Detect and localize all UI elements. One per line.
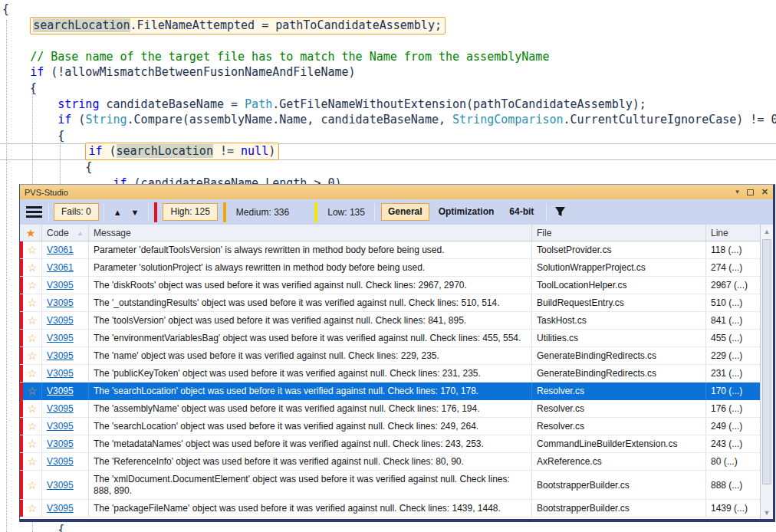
scroll-up-button[interactable]: ▲ bbox=[761, 225, 773, 238]
table-row[interactable]: ☆V3095The 'toolsVersion' object was used… bbox=[20, 312, 760, 330]
table-row[interactable]: ☆V3095The 'xmlDocument.DocumentElement' … bbox=[20, 471, 760, 500]
line-cell: 170 (...) bbox=[706, 383, 760, 399]
code-cell: V3061 bbox=[42, 259, 89, 276]
favorite-star-icon[interactable]: ☆ bbox=[23, 418, 42, 435]
favorite-star-icon[interactable]: ☆ bbox=[23, 330, 42, 346]
line-cell: 455 (...) bbox=[706, 330, 760, 346]
column-header-line[interactable]: Line bbox=[706, 225, 760, 241]
table-row[interactable]: ☆V3095The 'searchLocation' object was us… bbox=[20, 383, 760, 400]
message-cell: Parameter 'solutionProject' is always re… bbox=[89, 259, 532, 276]
fails-filter-button[interactable]: Fails: 0 bbox=[54, 203, 99, 221]
line-cell: 249 (...) bbox=[706, 418, 760, 435]
tab-optimization[interactable]: Optimization bbox=[432, 204, 501, 220]
scroll-down-button[interactable]: ▼ bbox=[761, 506, 773, 519]
pvs-studio-panel: PVS-Studio ▾ ✕ Fails: 0 ▲ ▼ High: 125 Me… bbox=[19, 184, 775, 522]
diagnostic-code-link[interactable]: V3095 bbox=[47, 403, 74, 414]
table-row[interactable]: ☆V3095The '_outstandingResults' object w… bbox=[20, 294, 760, 312]
line-cell: 80 (...) bbox=[706, 453, 760, 470]
code-line: { bbox=[2, 523, 64, 532]
line-cell: 176 (...) bbox=[706, 400, 760, 417]
window-menu-chevron-icon[interactable]: ▾ bbox=[735, 189, 739, 195]
file-cell: Resolver.cs bbox=[532, 418, 706, 435]
table-row[interactable]: ☆V3061Parameter 'defaultToolsVersion' is… bbox=[20, 241, 760, 259]
favorite-star-icon[interactable]: ☆ bbox=[23, 500, 42, 517]
table-row[interactable]: ☆V3095The 'name' object was used before … bbox=[20, 347, 760, 365]
star-outline-icon: ☆ bbox=[28, 479, 38, 491]
column-header-message[interactable]: Message bbox=[89, 225, 532, 241]
star-outline-icon: ☆ bbox=[28, 332, 38, 344]
diagnostic-code-link[interactable]: V3061 bbox=[47, 262, 74, 273]
low-filter-button[interactable]: Low: 135 bbox=[323, 205, 370, 220]
code-line: if (!allowMismatchBetweenFusionNameAndFi… bbox=[2, 64, 776, 80]
line-cell: 510 (...) bbox=[706, 294, 760, 311]
star-outline-icon: ☆ bbox=[28, 438, 38, 450]
favorite-star-icon[interactable]: ☆ bbox=[23, 471, 42, 499]
diagnostic-code-link[interactable]: V3095 bbox=[47, 503, 74, 514]
code-cell: V3095 bbox=[42, 330, 89, 346]
next-message-button[interactable]: ▼ bbox=[127, 206, 144, 218]
diagnostic-code-link[interactable]: V3095 bbox=[47, 315, 74, 326]
column-header-file[interactable]: File bbox=[532, 225, 706, 241]
menu-icon[interactable] bbox=[26, 206, 42, 218]
analyzer-highlight-box: searchLocation.FileNameAttempted = pathT… bbox=[30, 17, 446, 34]
table-row[interactable]: ☆V3095The 'searchLocation' object was us… bbox=[20, 418, 760, 435]
panel-titlebar[interactable]: PVS-Studio ▾ ✕ bbox=[20, 185, 773, 199]
favorite-star-icon[interactable]: ☆ bbox=[23, 365, 42, 382]
diagnostic-code-link[interactable]: V3095 bbox=[47, 480, 74, 491]
table-row[interactable]: ☆V3095The 'environmentVariablesBag' obje… bbox=[20, 330, 760, 347]
diagnostic-code-link[interactable]: V3095 bbox=[47, 280, 74, 291]
message-cell: Parameter 'defaultToolsVersion' is alway… bbox=[89, 241, 532, 258]
favorite-star-icon[interactable]: ☆ bbox=[23, 294, 42, 311]
diagnostic-code-link[interactable]: V3095 bbox=[47, 386, 74, 396]
favorite-star-icon[interactable]: ☆ bbox=[23, 383, 42, 399]
previous-message-button[interactable]: ▲ bbox=[109, 206, 127, 218]
file-cell: Utilities.cs bbox=[532, 330, 706, 346]
favorite-star-icon[interactable]: ☆ bbox=[23, 435, 42, 452]
star-icon: ★ bbox=[26, 227, 36, 239]
code-cell: V3095 bbox=[42, 418, 89, 435]
table-row[interactable]: ☆V3095The 'ReferenceInfo' object was use… bbox=[20, 453, 760, 471]
favorite-star-icon[interactable]: ☆ bbox=[23, 277, 42, 294]
scroll-thumb[interactable] bbox=[762, 239, 771, 484]
code-cell: V3095 bbox=[42, 365, 89, 382]
high-filter-button[interactable]: High: 125 bbox=[163, 203, 217, 221]
diagnostic-code-link[interactable]: V3095 bbox=[47, 456, 74, 467]
toolbar-separator bbox=[546, 203, 547, 222]
favorite-column-header[interactable]: ★ bbox=[20, 225, 42, 241]
table-row[interactable]: ☆V3095The 'packageFileName' object was u… bbox=[20, 500, 760, 517]
panel-toolbar: Fails: 0 ▲ ▼ High: 125 Medium: 336 Low: … bbox=[20, 199, 773, 225]
table-row[interactable]: ☆V3061Parameter 'solutionProject' is alw… bbox=[20, 259, 760, 277]
medium-filter-button[interactable]: Medium: 336 bbox=[232, 205, 294, 220]
table-row[interactable]: ☆V3095The 'assemblyName' object was used… bbox=[20, 400, 760, 418]
diagnostic-code-link[interactable]: V3061 bbox=[47, 245, 74, 255]
close-icon[interactable]: ✕ bbox=[761, 188, 768, 196]
table-row[interactable]: ☆V3095The 'publicKeyToken' object was us… bbox=[20, 365, 760, 383]
code-cell: V3095 bbox=[42, 383, 89, 399]
favorite-star-icon[interactable]: ☆ bbox=[23, 312, 42, 329]
diagnostic-code-link[interactable]: V3095 bbox=[47, 421, 74, 432]
grid-rows: ☆V3061Parameter 'defaultToolsVersion' is… bbox=[20, 241, 760, 517]
favorite-star-icon[interactable]: ☆ bbox=[23, 453, 42, 470]
column-header-code[interactable]: Code ▲ bbox=[42, 225, 89, 241]
line-cell: 229 (...) bbox=[706, 347, 760, 364]
maximize-icon[interactable] bbox=[747, 189, 754, 195]
table-row[interactable]: ☆V3095The 'metadataNames' object was use… bbox=[20, 435, 760, 453]
tab-64bit[interactable]: 64-bit bbox=[503, 204, 540, 220]
vertical-scrollbar[interactable]: ▲ ▼ bbox=[760, 225, 773, 519]
diagnostic-code-link[interactable]: V3095 bbox=[47, 368, 74, 379]
diagnostic-code-link[interactable]: V3095 bbox=[47, 438, 74, 449]
tab-general[interactable]: General bbox=[381, 203, 429, 221]
favorite-star-icon[interactable]: ☆ bbox=[23, 241, 42, 258]
favorite-star-icon[interactable]: ☆ bbox=[23, 259, 42, 276]
diagnostic-code-link[interactable]: V3095 bbox=[47, 297, 74, 308]
star-outline-icon: ☆ bbox=[28, 297, 38, 309]
line-cell: 841 (...) bbox=[706, 312, 760, 329]
favorite-star-icon[interactable]: ☆ bbox=[23, 400, 42, 417]
diagnostic-code-link[interactable]: V3095 bbox=[47, 350, 74, 361]
diagnostic-code-link[interactable]: V3095 bbox=[47, 333, 74, 343]
filter-icon[interactable] bbox=[554, 206, 566, 218]
favorite-star-icon[interactable]: ☆ bbox=[23, 347, 42, 364]
file-cell: BootstrapperBuilder.cs bbox=[532, 500, 706, 517]
table-row[interactable]: ☆V3095The 'diskRoots' object was used be… bbox=[20, 277, 760, 294]
message-cell: The 'assemblyName' object was used befor… bbox=[89, 400, 532, 417]
